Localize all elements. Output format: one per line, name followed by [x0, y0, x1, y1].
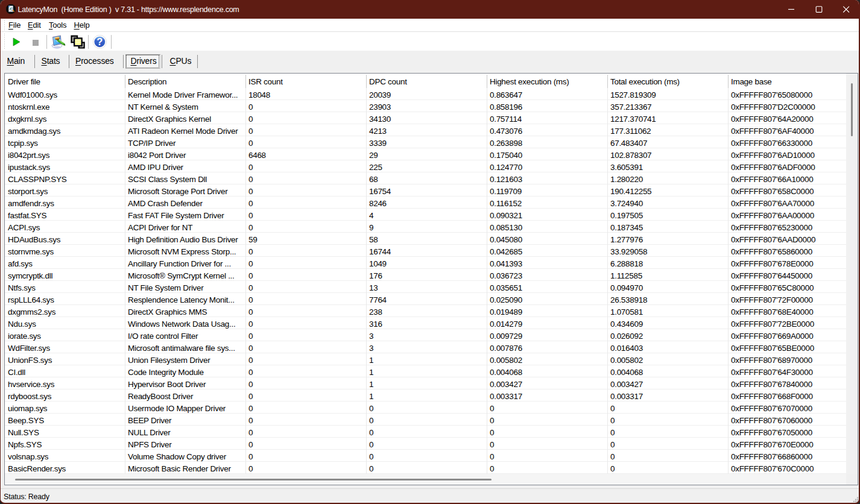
svg-text:?: ?: [96, 36, 103, 47]
